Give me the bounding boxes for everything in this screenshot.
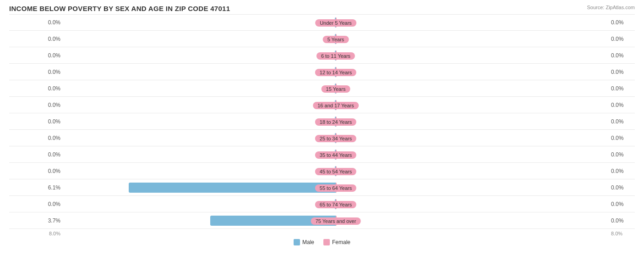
male-bar-container	[64, 150, 336, 160]
female-bar	[336, 67, 337, 77]
female-bar	[336, 117, 337, 127]
female-bar-container	[336, 34, 607, 44]
female-bar-container	[336, 166, 607, 176]
female-value: 0.0%	[607, 102, 635, 108]
chart-row: 0.0%25 to 34 Years0.0%	[9, 130, 635, 146]
female-value: 0.0%	[607, 52, 635, 59]
female-value: 0.0%	[607, 184, 635, 191]
female-value: 0.0%	[607, 118, 635, 125]
male-value: 6.1%	[9, 184, 64, 191]
chart-row: 0.0%15 Years0.0%	[9, 80, 635, 97]
female-bar-container	[336, 183, 607, 193]
bar-area: 5 Years	[64, 31, 607, 47]
bar-area: Under 5 Years	[64, 15, 607, 30]
bar-area: 25 to 34 Years	[64, 130, 607, 146]
male-bar-container	[64, 100, 336, 110]
source-label: Source: ZipAtlas.com	[587, 5, 635, 10]
male-bar-container	[64, 34, 336, 44]
female-bar	[336, 100, 337, 110]
bar-area: 16 and 17 Years	[64, 97, 607, 113]
female-bar	[336, 83, 337, 94]
male-bar-container	[64, 117, 336, 127]
chart-row: 0.0%5 Years0.0%	[9, 31, 635, 47]
legend-male: Male	[294, 239, 314, 245]
male-bar-container	[64, 83, 336, 94]
bar-area: 55 to 64 Years	[64, 179, 607, 195]
female-bar	[336, 34, 337, 44]
legend-female-label: Female	[332, 239, 350, 245]
female-bar-container	[336, 117, 607, 127]
female-value: 0.0%	[607, 36, 635, 42]
male-bar	[129, 183, 336, 193]
male-bar-container	[64, 67, 336, 77]
female-value: 0.0%	[607, 19, 635, 26]
female-bar	[336, 199, 337, 209]
chart-title: INCOME BELOW POVERTY BY SEX AND AGE IN Z…	[9, 5, 635, 12]
male-bar-container	[64, 183, 336, 193]
female-bar-container	[336, 216, 607, 226]
female-bar	[336, 216, 337, 226]
female-bar	[336, 150, 337, 160]
male-value: 0.0%	[9, 52, 64, 59]
chart-row: 0.0%6 to 11 Years0.0%	[9, 47, 635, 64]
bar-area: 18 to 24 Years	[64, 113, 607, 129]
female-value: 0.0%	[607, 69, 635, 75]
female-bar	[336, 166, 337, 176]
chart-row: 0.0%16 and 17 Years0.0%	[9, 97, 635, 113]
female-bar-container	[336, 17, 607, 28]
bar-area: 35 to 44 Years	[64, 146, 607, 162]
chart-row: 0.0%12 to 14 Years0.0%	[9, 64, 635, 80]
male-value: 0.0%	[9, 102, 64, 108]
bar-area: 15 Years	[64, 80, 607, 96]
bar-area: 6 to 11 Years	[64, 47, 607, 63]
legend-female: Female	[323, 239, 350, 245]
male-bar-container	[64, 199, 336, 209]
male-value: 0.0%	[9, 69, 64, 75]
legend-female-box	[323, 239, 330, 245]
male-bar-container	[64, 166, 336, 176]
female-value: 0.0%	[607, 201, 635, 207]
male-value: 0.0%	[9, 19, 64, 26]
male-value: 0.0%	[9, 151, 64, 158]
male-value: 3.7%	[9, 217, 64, 224]
male-bar-container	[64, 50, 336, 61]
male-bar	[210, 216, 336, 226]
female-bar-container	[336, 199, 607, 209]
bar-area: 12 to 14 Years	[64, 64, 607, 80]
legend: Male Female	[9, 239, 635, 245]
chart-area: 0.0%Under 5 Years0.0%0.0%5 Years0.0%0.0%…	[9, 14, 635, 229]
chart-row: 6.1%55 to 64 Years0.0%	[9, 179, 635, 196]
axis-right-label: 8.0%	[607, 231, 635, 236]
female-bar-container	[336, 100, 607, 110]
female-value: 0.0%	[607, 85, 635, 92]
bar-area: 65 to 74 Years	[64, 196, 607, 212]
axis-left-label: 8.0%	[9, 231, 64, 236]
axis-row: 8.0% 8.0%	[9, 231, 635, 236]
legend-male-label: Male	[302, 239, 314, 245]
female-bar	[336, 133, 337, 143]
male-bar-container	[64, 17, 336, 28]
chart-row: 3.7%75 Years and over0.0%	[9, 212, 635, 229]
female-value: 0.0%	[607, 168, 635, 174]
chart-container: INCOME BELOW POVERTY BY SEX AND AGE IN Z…	[0, 0, 644, 256]
bar-area: 75 Years and over	[64, 212, 607, 228]
male-value: 0.0%	[9, 85, 64, 92]
bar-area: 45 to 54 Years	[64, 163, 607, 179]
female-bar	[336, 17, 337, 28]
male-value: 0.0%	[9, 118, 64, 125]
male-value: 0.0%	[9, 135, 64, 141]
male-value: 0.0%	[9, 201, 64, 207]
chart-row: 0.0%45 to 54 Years0.0%	[9, 163, 635, 179]
male-bar-container	[64, 216, 336, 226]
legend-male-box	[294, 239, 300, 245]
male-value: 0.0%	[9, 168, 64, 174]
chart-row: 0.0%Under 5 Years0.0%	[9, 14, 635, 31]
female-bar-container	[336, 50, 607, 61]
female-value: 0.0%	[607, 217, 635, 224]
male-value: 0.0%	[9, 36, 64, 42]
chart-row: 0.0%35 to 44 Years0.0%	[9, 146, 635, 163]
female-bar	[336, 50, 337, 61]
female-bar-container	[336, 83, 607, 94]
female-bar-container	[336, 150, 607, 160]
female-value: 0.0%	[607, 135, 635, 141]
